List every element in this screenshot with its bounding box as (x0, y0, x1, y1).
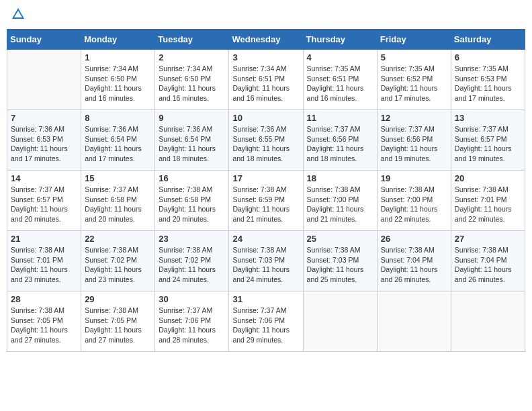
col-header-friday: Friday (377, 30, 451, 50)
day-info: Sunrise: 7:36 AM Sunset: 6:55 PM Dayligh… (232, 124, 299, 164)
day-number: 23 (159, 234, 225, 244)
day-number: 18 (307, 173, 373, 183)
day-number: 21 (11, 234, 77, 244)
calendar-cell: 23Sunrise: 7:38 AM Sunset: 7:02 PM Dayli… (155, 231, 229, 291)
day-number: 13 (455, 113, 521, 123)
calendar-cell: 16Sunrise: 7:38 AM Sunset: 6:58 PM Dayli… (155, 171, 229, 231)
calendar-cell: 14Sunrise: 7:37 AM Sunset: 6:57 PM Dayli… (7, 171, 81, 231)
logo (9, 7, 26, 25)
day-info: Sunrise: 7:35 AM Sunset: 6:52 PM Dayligh… (381, 64, 447, 103)
day-number: 7 (11, 113, 77, 123)
day-info: Sunrise: 7:35 AM Sunset: 6:53 PM Dayligh… (455, 64, 521, 103)
day-info: Sunrise: 7:37 AM Sunset: 6:57 PM Dayligh… (455, 124, 521, 164)
day-number: 27 (455, 234, 521, 244)
day-info: Sunrise: 7:36 AM Sunset: 6:54 PM Dayligh… (85, 124, 151, 164)
calendar-cell: 18Sunrise: 7:38 AM Sunset: 7:00 PM Dayli… (303, 171, 377, 231)
calendar-cell: 3Sunrise: 7:34 AM Sunset: 6:51 PM Daylig… (229, 50, 303, 110)
week-row: 1Sunrise: 7:34 AM Sunset: 6:50 PM Daylig… (7, 50, 525, 110)
col-header-thursday: Thursday (303, 30, 377, 50)
calendar-cell: 5Sunrise: 7:35 AM Sunset: 6:52 PM Daylig… (377, 50, 451, 110)
day-info: Sunrise: 7:38 AM Sunset: 7:04 PM Dayligh… (455, 245, 521, 285)
day-info: Sunrise: 7:38 AM Sunset: 7:01 PM Dayligh… (455, 185, 521, 224)
day-number: 20 (455, 173, 521, 183)
col-header-tuesday: Tuesday (155, 30, 229, 50)
calendar-cell (303, 291, 377, 352)
day-number: 26 (381, 234, 447, 244)
calendar-table: SundayMondayTuesdayWednesdayThursdayFrid… (7, 29, 525, 352)
day-info: Sunrise: 7:36 AM Sunset: 6:53 PM Dayligh… (11, 124, 77, 164)
day-info: Sunrise: 7:34 AM Sunset: 6:51 PM Dayligh… (232, 64, 299, 103)
day-info: Sunrise: 7:37 AM Sunset: 6:56 PM Dayligh… (381, 124, 447, 164)
calendar-cell: 10Sunrise: 7:36 AM Sunset: 6:55 PM Dayli… (229, 110, 303, 171)
col-header-monday: Monday (81, 30, 155, 50)
day-info: Sunrise: 7:38 AM Sunset: 7:03 PM Dayligh… (232, 245, 299, 285)
week-row: 7Sunrise: 7:36 AM Sunset: 6:53 PM Daylig… (7, 110, 525, 171)
day-info: Sunrise: 7:38 AM Sunset: 6:59 PM Dayligh… (232, 185, 299, 224)
day-number: 25 (307, 234, 373, 244)
day-info: Sunrise: 7:36 AM Sunset: 6:54 PM Dayligh… (159, 124, 225, 164)
day-info: Sunrise: 7:38 AM Sunset: 7:04 PM Dayligh… (381, 245, 447, 285)
calendar-cell (7, 50, 81, 110)
day-info: Sunrise: 7:35 AM Sunset: 6:51 PM Dayligh… (307, 64, 373, 103)
day-number: 30 (159, 294, 225, 304)
day-number: 16 (159, 173, 225, 183)
calendar-cell: 12Sunrise: 7:37 AM Sunset: 6:56 PM Dayli… (377, 110, 451, 171)
day-number: 4 (307, 52, 373, 62)
week-row: 14Sunrise: 7:37 AM Sunset: 6:57 PM Dayli… (7, 171, 525, 231)
col-header-wednesday: Wednesday (229, 30, 303, 50)
day-info: Sunrise: 7:38 AM Sunset: 7:00 PM Dayligh… (307, 185, 373, 224)
calendar-cell (451, 291, 525, 352)
day-number: 22 (85, 234, 151, 244)
day-number: 10 (232, 113, 299, 123)
day-info: Sunrise: 7:34 AM Sunset: 6:50 PM Dayligh… (85, 64, 151, 103)
page-header (7, 7, 525, 25)
day-number: 15 (85, 173, 151, 183)
day-number: 8 (85, 113, 151, 123)
day-number: 11 (307, 113, 373, 123)
day-info: Sunrise: 7:38 AM Sunset: 7:01 PM Dayligh… (11, 245, 77, 285)
calendar-cell: 31Sunrise: 7:37 AM Sunset: 7:06 PM Dayli… (229, 291, 303, 352)
calendar-cell: 27Sunrise: 7:38 AM Sunset: 7:04 PM Dayli… (451, 231, 525, 291)
day-info: Sunrise: 7:38 AM Sunset: 6:58 PM Dayligh… (159, 185, 225, 224)
calendar-cell: 25Sunrise: 7:38 AM Sunset: 7:03 PM Dayli… (303, 231, 377, 291)
calendar-cell: 26Sunrise: 7:38 AM Sunset: 7:04 PM Dayli… (377, 231, 451, 291)
calendar-cell: 2Sunrise: 7:34 AM Sunset: 6:50 PM Daylig… (155, 50, 229, 110)
day-info: Sunrise: 7:37 AM Sunset: 7:06 PM Dayligh… (159, 306, 225, 345)
day-info: Sunrise: 7:38 AM Sunset: 7:05 PM Dayligh… (11, 306, 77, 345)
day-number: 1 (85, 52, 151, 62)
day-number: 29 (85, 294, 151, 304)
day-info: Sunrise: 7:37 AM Sunset: 6:56 PM Dayligh… (307, 124, 373, 164)
calendar-cell: 13Sunrise: 7:37 AM Sunset: 6:57 PM Dayli… (451, 110, 525, 171)
day-number: 5 (381, 52, 447, 62)
calendar-cell: 8Sunrise: 7:36 AM Sunset: 6:54 PM Daylig… (81, 110, 155, 171)
day-number: 31 (232, 294, 299, 304)
day-info: Sunrise: 7:37 AM Sunset: 7:06 PM Dayligh… (232, 306, 299, 345)
day-number: 24 (232, 234, 299, 244)
calendar-cell: 21Sunrise: 7:38 AM Sunset: 7:01 PM Dayli… (7, 231, 81, 291)
day-info: Sunrise: 7:38 AM Sunset: 7:00 PM Dayligh… (381, 185, 447, 224)
calendar-cell: 28Sunrise: 7:38 AM Sunset: 7:05 PM Dayli… (7, 291, 81, 352)
day-number: 19 (381, 173, 447, 183)
day-number: 28 (11, 294, 77, 304)
calendar-cell: 7Sunrise: 7:36 AM Sunset: 6:53 PM Daylig… (7, 110, 81, 171)
day-info: Sunrise: 7:37 AM Sunset: 6:58 PM Dayligh… (85, 185, 151, 224)
calendar-cell: 11Sunrise: 7:37 AM Sunset: 6:56 PM Dayli… (303, 110, 377, 171)
day-number: 12 (381, 113, 447, 123)
day-info: Sunrise: 7:38 AM Sunset: 7:03 PM Dayligh… (307, 245, 373, 285)
calendar-cell: 24Sunrise: 7:38 AM Sunset: 7:03 PM Dayli… (229, 231, 303, 291)
calendar-cell: 1Sunrise: 7:34 AM Sunset: 6:50 PM Daylig… (81, 50, 155, 110)
col-header-saturday: Saturday (451, 30, 525, 50)
day-info: Sunrise: 7:38 AM Sunset: 7:05 PM Dayligh… (85, 306, 151, 345)
logo-icon (11, 7, 26, 21)
day-info: Sunrise: 7:34 AM Sunset: 6:50 PM Dayligh… (159, 64, 225, 103)
calendar-cell: 6Sunrise: 7:35 AM Sunset: 6:53 PM Daylig… (451, 50, 525, 110)
day-info: Sunrise: 7:37 AM Sunset: 6:57 PM Dayligh… (11, 185, 77, 224)
calendar-cell: 4Sunrise: 7:35 AM Sunset: 6:51 PM Daylig… (303, 50, 377, 110)
calendar-cell: 17Sunrise: 7:38 AM Sunset: 6:59 PM Dayli… (229, 171, 303, 231)
calendar-cell: 20Sunrise: 7:38 AM Sunset: 7:01 PM Dayli… (451, 171, 525, 231)
calendar-cell: 30Sunrise: 7:37 AM Sunset: 7:06 PM Dayli… (155, 291, 229, 352)
week-row: 21Sunrise: 7:38 AM Sunset: 7:01 PM Dayli… (7, 231, 525, 291)
day-number: 17 (232, 173, 299, 183)
calendar-cell: 22Sunrise: 7:38 AM Sunset: 7:02 PM Dayli… (81, 231, 155, 291)
day-number: 6 (455, 52, 521, 62)
